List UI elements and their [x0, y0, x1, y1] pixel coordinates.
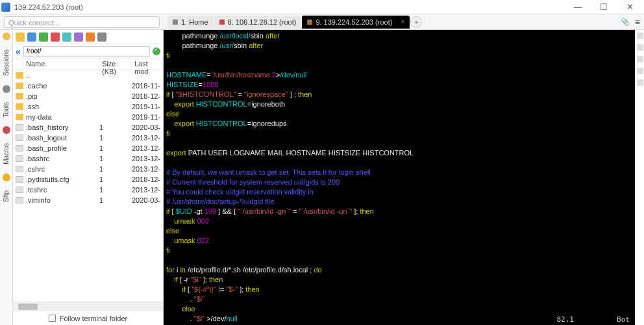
- sftp-toolbar: [13, 30, 163, 44]
- file-name: .bash_profile: [26, 144, 99, 152]
- file-row[interactable]: .bash_history12020-03-: [13, 122, 163, 133]
- file-row[interactable]: .pydistutls.cfg12018-12-: [13, 174, 163, 185]
- sftp-panel: « Name Size (KB) Last mod ...cache2018-1…: [13, 30, 164, 325]
- minimize-button[interactable]: —: [565, 0, 591, 14]
- star-icon[interactable]: [3, 32, 10, 40]
- edge-icon[interactable]: [637, 44, 643, 51]
- file-name: .cache: [26, 82, 99, 90]
- newfolder-icon[interactable]: [62, 32, 71, 42]
- file-name: ..: [26, 72, 99, 79]
- path-input[interactable]: [23, 46, 150, 57]
- vim-status: 82,1 Bot: [556, 315, 630, 324]
- folder-icon: [16, 114, 23, 120]
- file-size: 1: [99, 165, 132, 173]
- edge-icon[interactable]: [637, 79, 643, 86]
- col-date[interactable]: Last mod: [132, 58, 163, 70]
- edge-icon[interactable]: [637, 56, 643, 62]
- tab-home[interactable]: 1. Home: [167, 16, 214, 29]
- file-row[interactable]: .tcshrc12013-12-: [13, 185, 163, 195]
- file-row[interactable]: .cshrc12013-12-: [13, 164, 163, 174]
- file-date: 2020-03-: [132, 196, 163, 204]
- follow-terminal-row[interactable]: Follow terminal folder: [13, 311, 163, 325]
- file-date: 2013-12-: [132, 186, 163, 194]
- new-tab-button[interactable]: +: [410, 16, 422, 28]
- app-icon: [1, 3, 10, 12]
- sidetab-tools[interactable]: Tools: [3, 99, 10, 120]
- file-row[interactable]: .pip2018-12-: [13, 91, 163, 101]
- edge-icon[interactable]: [637, 68, 643, 74]
- file-size: 1: [99, 144, 132, 152]
- file-row[interactable]: ..: [13, 70, 163, 81]
- file-icon: [16, 135, 23, 141]
- file-size: 1: [99, 134, 132, 142]
- tab-close-icon[interactable]: ×: [401, 18, 404, 25]
- file-date: 2018-12-: [132, 176, 163, 183]
- follow-label: Follow terminal folder: [60, 315, 128, 322]
- path-ok-icon: [153, 47, 160, 55]
- file-name: .pip: [26, 92, 99, 100]
- tab-session-9[interactable]: 9. 139.224.52.203 (root)×: [302, 16, 410, 29]
- file-name: .viminfo: [26, 196, 99, 204]
- file-date: 2019-11-: [132, 113, 163, 121]
- file-name: .ssh: [26, 103, 99, 110]
- folder-icon: [16, 72, 23, 79]
- maximize-button[interactable]: ☐: [591, 0, 617, 14]
- tools-icon[interactable]: [3, 85, 10, 93]
- upload-icon[interactable]: [27, 32, 36, 42]
- menu-icon[interactable]: ≡: [635, 17, 640, 27]
- sftp-icon[interactable]: [3, 174, 10, 181]
- file-list-header: Name Size (KB) Last mod: [13, 58, 163, 70]
- edit-icon[interactable]: [86, 32, 95, 42]
- folder-icon: [16, 103, 23, 110]
- refresh-icon[interactable]: [74, 32, 83, 42]
- file-date: 2013-12-: [132, 144, 163, 152]
- file-row[interactable]: .viminfo12020-03-: [13, 195, 163, 205]
- file-row[interactable]: my-data2019-11-: [13, 112, 163, 122]
- file-row[interactable]: .bashrc12013-12-: [13, 153, 163, 164]
- file-name: .bash_history: [26, 124, 99, 131]
- delete-icon[interactable]: [51, 32, 60, 42]
- quick-connect-input[interactable]: Quick connect...: [4, 16, 160, 28]
- file-list[interactable]: ...cache2018-11-.pip2018-12-.ssh2019-11-…: [13, 70, 163, 302]
- follow-checkbox[interactable]: [49, 315, 56, 322]
- sidetab-sessions[interactable]: Sessions: [3, 47, 10, 79]
- tab-label: 9. 139.224.52.203 (root): [316, 18, 392, 26]
- edge-icon[interactable]: [637, 32, 643, 39]
- file-size: 1: [99, 155, 132, 162]
- horizontal-scrollbar[interactable]: [13, 302, 163, 311]
- terminal-output[interactable]: pathmunge /usr/local/sbin after pathmung…: [164, 30, 635, 325]
- file-icon: [16, 124, 23, 131]
- top-strip: Quick connect... 1. Home 8. 106.12.28.12…: [0, 14, 644, 30]
- file-row[interactable]: .bash_logout12013-12-: [13, 133, 163, 143]
- file-name: .bashrc: [26, 155, 99, 162]
- file-row[interactable]: .ssh2019-11-: [13, 101, 163, 112]
- file-row[interactable]: .cache2018-11-: [13, 81, 163, 91]
- file-row[interactable]: .bash_profile12013-12-: [13, 143, 163, 153]
- back-arrow-icon[interactable]: «: [16, 46, 21, 57]
- file-name: .pydistutls.cfg: [26, 176, 99, 183]
- sidetab-sftp[interactable]: Sftp: [3, 188, 10, 205]
- file-name: .tcshrc: [26, 186, 99, 194]
- sidetab-macros[interactable]: Macros: [3, 140, 10, 167]
- scrollbar-thumb[interactable]: [18, 304, 38, 310]
- folder-icon: [16, 83, 23, 89]
- folder-icon: [16, 93, 23, 99]
- tab-session-8[interactable]: 8. 106.12.28.12 (root): [214, 16, 302, 29]
- macros-icon[interactable]: [3, 126, 10, 134]
- settings-icon[interactable]: [97, 32, 106, 42]
- session-tabs: 1. Home 8. 106.12.28.12 (root) 9. 139.22…: [167, 16, 618, 29]
- file-icon: [16, 155, 23, 162]
- file-date: 2013-12-: [132, 134, 163, 142]
- file-size: 1: [99, 186, 132, 194]
- file-icon: [16, 176, 23, 183]
- col-size[interactable]: Size (KB): [99, 58, 132, 70]
- file-date: 2019-11-: [132, 103, 163, 110]
- attachment-icon[interactable]: 📎: [621, 18, 630, 27]
- file-icon: [16, 145, 23, 151]
- file-date: 2020-03-: [132, 124, 163, 131]
- file-name: .bash_logout: [26, 134, 99, 142]
- folder-icon[interactable]: [16, 32, 25, 42]
- close-button[interactable]: ✕: [617, 0, 643, 14]
- col-name[interactable]: Name: [23, 58, 99, 70]
- download-icon[interactable]: [39, 32, 48, 42]
